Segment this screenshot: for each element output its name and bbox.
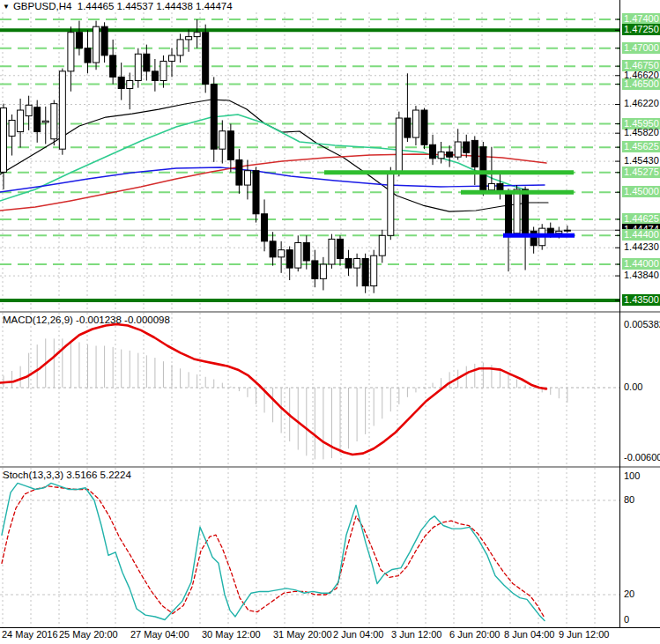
chart-title: ▼GBPUSD,H4 1.44465 1.44537 1.44438 1.444… [3, 1, 235, 12]
candle-bull [177, 40, 183, 56]
candle-bear [286, 250, 293, 268]
candle-bull [412, 110, 419, 137]
candle-bear [430, 144, 436, 159]
symbol-marker-icon: ▼ [3, 3, 10, 11]
price-axis-label: 1.45625 [622, 141, 660, 152]
candle-bull [488, 183, 494, 189]
macd-panel[interactable] [0, 313, 660, 465]
time-axis-label: 3 Jun 12:00 [391, 629, 442, 640]
candle-bear [463, 142, 470, 152]
candle-bear [118, 77, 124, 88]
time-axis-label: 6 Jun 20:00 [449, 629, 501, 640]
candle-bull [135, 54, 141, 80]
candle-bear [144, 54, 150, 71]
time-axis-label: 30 May 12:00 [202, 629, 261, 640]
candle-bear [253, 171, 259, 214]
candle-bear [270, 241, 276, 257]
time-axis-label: 24 May 2016 [2, 629, 58, 640]
macd-label: MACD(12,26,9) -0.001238 -0.000098 [3, 315, 170, 325]
candle-bull [278, 250, 285, 257]
candle-bull [514, 189, 520, 233]
stoch-signal-line [2, 486, 545, 618]
candle-bull [379, 235, 385, 255]
candle-bull [219, 131, 226, 149]
ma-teal-line [0, 115, 536, 201]
stoch-axis-label: 80 [622, 494, 660, 506]
candle-bull [244, 171, 250, 185]
time-axis-label: 2 Jun 04:00 [333, 629, 384, 640]
candle-bull [186, 37, 192, 40]
candle-bear [34, 107, 41, 132]
candle-bear [203, 33, 209, 85]
candle-bear [547, 228, 553, 233]
macd-canvas[interactable] [0, 313, 660, 465]
candle-bull [396, 118, 402, 172]
stoch-axis-label: 100 [622, 470, 660, 482]
price-axis-label: 1.43500 [622, 294, 660, 306]
price-axis-label: 1.46500 [622, 78, 660, 90]
candle-bull [320, 264, 326, 278]
candle-bear [303, 242, 309, 260]
candle-bull [59, 71, 65, 149]
chart-title-symbol: GBPUSD,H4 [13, 1, 71, 11]
candle-bull [42, 121, 48, 122]
price-axis-label: 1.45000 [622, 186, 660, 197]
stoch-axis-label: 20 [622, 588, 660, 600]
candle-bull [26, 105, 32, 115]
stochastic-label: Stoch(13,3,3) 3.5166 5.2224 [3, 470, 131, 480]
price-axis-label: 1.47250 [622, 24, 660, 35]
candle-bull [329, 239, 335, 264]
time-axis-label: 27 May 04:00 [130, 629, 189, 640]
macd-axis-label: 0.005382 [622, 319, 660, 330]
candle-bull [9, 120, 15, 136]
candle-bull [127, 81, 133, 89]
time-axis-label: 9 Jun 12:00 [559, 629, 610, 640]
price-axis-label: 1.47000 [622, 42, 660, 54]
candle-bear [362, 258, 368, 285]
panel-separator-1[interactable] [0, 311, 660, 313]
macd-axis-label: -0.006005 [622, 452, 660, 463]
candle-bear [211, 85, 217, 150]
price-axis-label: 1.44000 [622, 258, 660, 270]
price-chart-canvas[interactable] [0, 0, 660, 311]
candle-bear [76, 33, 82, 48]
price-axis-label: 1.46220 [622, 98, 660, 109]
candle-bear [523, 189, 529, 235]
stochastic-panel[interactable] [0, 468, 660, 627]
candle-bear [312, 261, 318, 278]
price-scale-axis[interactable] [619, 0, 620, 627]
candle-bull [68, 33, 74, 71]
candle-bear [345, 258, 352, 268]
time-axis-label: 8 Jun 04:00 [504, 629, 555, 640]
chart-window: ▼GBPUSD,H4 1.44465 1.44537 1.44438 1.444… [0, 0, 660, 644]
time-scale-axis[interactable] [0, 627, 660, 628]
price-axis-label: 1.44400 [622, 229, 660, 241]
candle-bear [421, 110, 427, 144]
candle-bear [101, 26, 108, 56]
price-axis-label: 1.44230 [622, 241, 660, 253]
candle-bear [404, 118, 411, 137]
candle-bear [506, 192, 512, 233]
ma-red-line [0, 154, 546, 211]
candle-bull [388, 172, 394, 235]
candle-bull [438, 152, 444, 158]
candle-bear [262, 214, 268, 241]
candle-bull [18, 110, 24, 132]
candle-bear [480, 147, 486, 190]
candle-bear [447, 152, 453, 157]
panel-separator-2[interactable] [0, 466, 660, 468]
candle-bull [1, 108, 7, 173]
time-axis-label: 31 May 20:00 [273, 629, 332, 640]
candle-bull [194, 33, 200, 37]
candle-bull [371, 255, 377, 285]
candle-bull [169, 56, 175, 62]
candle-bear [152, 71, 158, 81]
main-price-panel[interactable] [0, 0, 660, 311]
candle-bear [337, 239, 344, 258]
candle-bull [51, 104, 57, 139]
candle-bear [85, 48, 91, 63]
price-axis-label: 1.45820 [622, 127, 660, 138]
time-axis-label: 25 May 20:00 [59, 629, 118, 640]
candle-bull [295, 242, 301, 268]
stochastic-canvas[interactable] [0, 468, 660, 627]
